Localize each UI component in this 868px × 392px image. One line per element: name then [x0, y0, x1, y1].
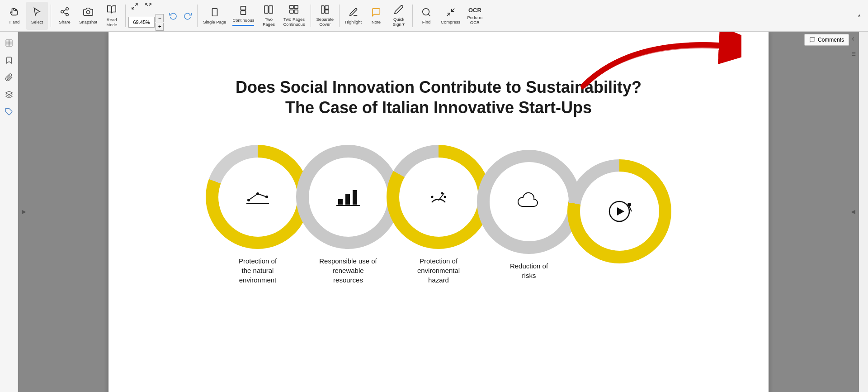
circle-item-4: Reduction ofrisks	[484, 150, 574, 280]
sidebar-layers-icon[interactable]	[2, 88, 16, 101]
svg-line-4	[63, 10, 66, 11]
toolbar-separator-2	[125, 5, 126, 27]
two-pages-continuous-button[interactable]: Two PagesContinuous	[280, 2, 307, 30]
continuous-icon	[238, 5, 248, 16]
select-tool-button[interactable]: Select	[26, 2, 48, 30]
snapshot-button[interactable]: Snapshot	[76, 2, 100, 30]
share-button[interactable]: Share	[54, 2, 75, 30]
highlight-button[interactable]: Highlight	[342, 2, 364, 30]
comments-icon	[809, 37, 816, 43]
circle-label-2: Responsible use ofrenewableresources	[319, 256, 377, 285]
svg-point-1	[61, 10, 64, 13]
zoom-input[interactable]: 69.45%	[128, 17, 155, 28]
svg-rect-18	[294, 10, 298, 13]
right-panel-settings[interactable]	[848, 49, 858, 60]
chevron-up-icon: ∧	[858, 13, 861, 18]
redo-button[interactable]	[181, 10, 194, 22]
two-pages-label: TwoPages	[263, 17, 275, 27]
continuous-button[interactable]: Continuous	[230, 2, 257, 30]
circle-item-1: Protection ofthe naturalenvironment	[212, 145, 303, 285]
svg-line-23	[428, 14, 430, 16]
ocr-icon: OCR	[468, 7, 481, 14]
undo-button[interactable]	[166, 10, 180, 22]
perform-ocr-button[interactable]: OCR PerformOCR	[464, 2, 486, 30]
single-page-icon	[210, 7, 220, 18]
environmental-hazard-icon	[425, 183, 452, 210]
svg-rect-16	[294, 5, 298, 9]
circles-row: Protection ofthe naturalenvironment	[145, 145, 732, 285]
sidebar-pages-icon[interactable]	[2, 36, 16, 50]
svg-line-36	[249, 194, 258, 200]
hand-tool-button[interactable]: Hand	[4, 2, 25, 30]
snapshot-icon	[83, 7, 93, 18]
page-nav-right-button[interactable]: ◄	[849, 208, 857, 216]
single-page-label: Single Page	[203, 19, 226, 24]
circle-inner-3	[399, 158, 478, 237]
svg-line-37	[258, 194, 267, 197]
fit-page-button[interactable]	[128, 1, 141, 12]
zoom-plus-button[interactable]: +	[156, 23, 164, 31]
note-icon	[371, 7, 381, 18]
comments-panel-button[interactable]: Comments	[804, 34, 849, 46]
title-line2: The Case of Italian Innovative Start-Ups	[285, 98, 592, 117]
toolbar-separator-1	[51, 5, 51, 27]
read-mode-button[interactable]: ReadMode	[101, 2, 123, 30]
svg-marker-30	[5, 91, 12, 95]
sidebar-tags-icon[interactable]	[2, 105, 16, 119]
circle-item-3: Protection ofenvironmentalhazard	[393, 145, 484, 285]
note-label: Note	[372, 19, 381, 24]
find-button[interactable]: Find	[415, 2, 437, 30]
circle-inner-1	[218, 158, 297, 237]
circle-label-1: Protection ofthe naturalenvironment	[239, 256, 277, 285]
svg-rect-41	[353, 190, 357, 205]
svg-line-6	[135, 4, 137, 6]
zoom-control: 69.45% − +	[128, 2, 194, 30]
two-pages-button[interactable]: TwoPages	[258, 2, 279, 30]
process-icon	[604, 196, 635, 227]
svg-rect-19	[321, 6, 324, 14]
natural-environment-icon	[244, 186, 271, 208]
main-content-area: ► ◄ Does Social Innovation Contribute to…	[18, 32, 859, 392]
circle-ring-3	[387, 145, 491, 249]
svg-rect-39	[338, 199, 343, 205]
read-mode-label: ReadMode	[106, 17, 117, 27]
fit-width-button[interactable]	[142, 1, 155, 12]
svg-rect-40	[345, 194, 350, 205]
svg-rect-12	[241, 10, 246, 14]
sidebar-bookmark-icon[interactable]	[2, 53, 16, 67]
toolbar-separator-5	[339, 5, 340, 27]
quick-sign-label: QuickSign ▾	[393, 17, 405, 27]
svg-point-5	[86, 10, 90, 14]
svg-point-0	[66, 8, 69, 10]
quick-sign-button[interactable]: QuickSign ▾	[388, 2, 410, 30]
svg-line-7	[132, 7, 134, 9]
svg-point-44	[444, 196, 446, 198]
sidebar-attachment-icon[interactable]	[2, 71, 16, 84]
toolbar: Hand Select Share Snapshot	[0, 0, 868, 32]
pdf-page: Does Social Innovation Contribute to Sus…	[108, 32, 769, 392]
compress-button[interactable]: Compress	[438, 2, 463, 30]
circle-ring-1	[206, 145, 310, 249]
two-pages-continuous-icon	[289, 5, 299, 15]
page-nav-left-button[interactable]: ►	[20, 208, 28, 216]
reduction-risks-icon	[513, 189, 545, 214]
svg-marker-48	[617, 207, 624, 215]
circle-inner-4	[490, 162, 569, 241]
svg-line-9	[149, 4, 151, 6]
separate-cover-button[interactable]: SeparateCover	[314, 2, 337, 30]
zoom-minus-button[interactable]: −	[156, 14, 164, 22]
separate-cover-label: SeparateCover	[316, 17, 334, 27]
toolbar-separator-6	[412, 5, 413, 27]
svg-point-22	[423, 8, 429, 15]
circle-ring-2	[296, 145, 400, 249]
circle-inner-2	[309, 158, 388, 237]
toolbar-collapse-button[interactable]: ∧	[854, 2, 864, 30]
svg-rect-11	[241, 6, 246, 10]
compress-label: Compress	[441, 19, 460, 24]
note-button[interactable]: Note	[365, 2, 387, 30]
two-pages-continuous-label: Two PagesContinuous	[283, 17, 305, 27]
single-page-button[interactable]: Single Page	[200, 2, 229, 30]
share-label: Share	[59, 19, 70, 24]
svg-line-3	[63, 12, 66, 14]
right-panel-toggle[interactable]	[848, 34, 858, 45]
